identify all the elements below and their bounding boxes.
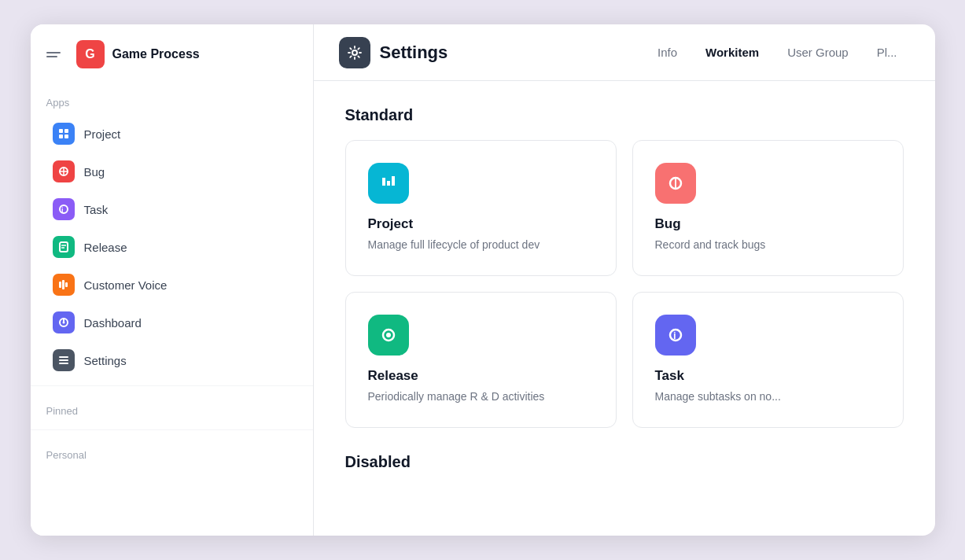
workspace-name: Game Process: [112, 47, 200, 61]
task-nav-icon: i: [53, 198, 75, 220]
svg-rect-13: [62, 280, 64, 289]
project-card-icon: [368, 163, 409, 204]
release-nav-label: Release: [84, 241, 127, 254]
customer-voice-nav-icon: [53, 274, 75, 296]
topbar-tabs: Info Workitem User Group Pl...: [645, 39, 909, 65]
dashboard-nav-label: Dashboard: [84, 316, 142, 330]
svg-rect-9: [60, 242, 68, 252]
tab-info[interactable]: Info: [645, 39, 690, 65]
task-card-desc: Manage subtasks on no...: [655, 389, 881, 405]
svg-rect-3: [64, 134, 68, 138]
tab-user-group[interactable]: User Group: [775, 39, 861, 65]
task-app-card[interactable]: i Task Manage subtasks on no...: [632, 292, 904, 428]
release-card-icon: [368, 315, 409, 356]
bug-card-name: Bug: [655, 216, 881, 232]
dashboard-nav-icon: [53, 311, 75, 333]
bug-card-icon: [655, 163, 696, 204]
disabled-section-title: Disabled: [345, 453, 904, 471]
sidebar-item-customer-voice[interactable]: Customer Voice: [37, 266, 307, 304]
settings-page-icon: [339, 37, 370, 68]
svg-rect-24: [392, 176, 395, 186]
sidebar-item-dashboard[interactable]: Dashboard: [37, 304, 307, 341]
task-card-name: Task: [655, 368, 881, 384]
project-nav-icon: [53, 123, 75, 145]
svg-rect-23: [387, 181, 390, 186]
svg-rect-19: [59, 359, 68, 361]
project-card-name: Project: [368, 216, 594, 232]
bug-nav-icon: [53, 160, 75, 182]
menu-toggle-button[interactable]: [43, 42, 68, 67]
personal-section-label: Personal: [31, 437, 313, 467]
sidebar-item-settings[interactable]: Settings: [37, 341, 307, 379]
project-card-desc: Manage full lifecycle of product dev: [368, 237, 594, 253]
pinned-section-label: Pinned: [31, 392, 313, 423]
bug-nav-label: Bug: [84, 165, 105, 179]
release-nav-icon: [53, 236, 75, 258]
page-body: Standard Project Manage full lifecycle o…: [314, 81, 935, 536]
svg-rect-12: [59, 282, 61, 288]
topbar-title-area: Settings: [339, 37, 639, 68]
svg-rect-22: [382, 178, 385, 186]
svg-point-21: [352, 50, 357, 55]
page-title: Settings: [380, 42, 448, 63]
task-nav-label: Task: [84, 203, 109, 216]
sidebar-divider-2: [31, 429, 313, 430]
sidebar-item-bug[interactable]: Bug: [37, 153, 307, 190]
task-card-icon: i: [655, 315, 696, 356]
bug-app-card[interactable]: Bug Record and track bugs: [632, 140, 904, 276]
project-app-card[interactable]: Project Manage full lifecycle of product…: [345, 140, 617, 276]
svg-rect-18: [59, 356, 68, 358]
sidebar-item-task[interactable]: i Task: [37, 190, 307, 228]
svg-text:i: i: [673, 330, 676, 341]
release-app-card[interactable]: Release Periodically manage R & D activi…: [345, 292, 617, 428]
main-content: Settings Info Workitem User Group Pl... …: [314, 24, 935, 536]
svg-rect-20: [59, 363, 68, 364]
settings-nav-icon: [53, 349, 75, 371]
sidebar: G Game Process Apps Project Bug i Task: [31, 24, 314, 536]
apps-section-label: Apps: [31, 84, 313, 115]
customer-voice-nav-label: Customer Voice: [84, 278, 168, 292]
topbar: Settings Info Workitem User Group Pl...: [314, 24, 935, 81]
standard-section-title: Standard: [345, 106, 904, 124]
sidebar-header: G Game Process: [31, 24, 313, 84]
svg-rect-1: [64, 129, 68, 133]
svg-rect-14: [65, 282, 68, 287]
svg-point-17: [62, 322, 64, 324]
standard-cards-grid: Project Manage full lifecycle of product…: [345, 140, 904, 428]
tab-workitem[interactable]: Workitem: [693, 39, 772, 65]
workspace-badge: G: [76, 40, 105, 68]
svg-rect-2: [59, 134, 63, 138]
release-card-name: Release: [368, 368, 594, 384]
release-card-desc: Periodically manage R & D activities: [368, 389, 594, 405]
tab-pl[interactable]: Pl...: [864, 39, 910, 65]
sidebar-divider-1: [31, 385, 313, 386]
settings-nav-label: Settings: [84, 354, 127, 367]
bug-card-desc: Record and track bugs: [655, 237, 881, 253]
project-nav-label: Project: [84, 127, 121, 141]
svg-text:i: i: [61, 206, 64, 214]
svg-point-28: [386, 333, 391, 337]
sidebar-item-project[interactable]: Project: [37, 115, 307, 153]
sidebar-item-release[interactable]: Release: [37, 228, 307, 266]
svg-rect-0: [59, 129, 63, 133]
